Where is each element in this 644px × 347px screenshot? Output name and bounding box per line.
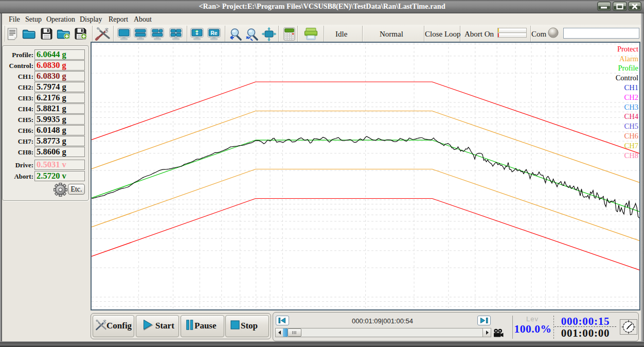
svg-text:Profile: Profile [618,64,638,72]
svg-text:CH8: CH8 [624,151,638,160]
svg-text:CH6: CH6 [624,132,638,140]
svg-text:CH7: CH7 [624,142,638,150]
svg-text:Control: Control [616,74,638,82]
svg-text:CH5: CH5 [624,122,638,130]
svg-text:Re: Re [211,30,218,36]
svg-text:CH2: CH2 [624,93,638,101]
svg-text:CH4: CH4 [624,112,639,120]
svg-text:CH1: CH1 [624,83,638,92]
svg-text:Alarm: Alarm [619,55,639,63]
svg-text:CH3: CH3 [624,103,638,111]
svg-text:Protect: Protect [617,45,638,53]
